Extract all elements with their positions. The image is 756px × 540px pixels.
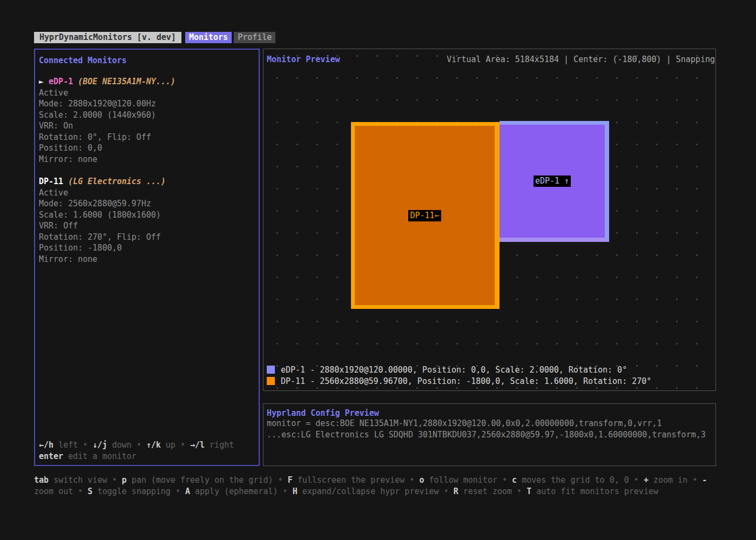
monitor-mode: Mode: 2880x1920@120.00Hz bbox=[39, 98, 259, 110]
key-down: ↓/j bbox=[92, 440, 107, 450]
connected-monitors-panel: Connected Monitors ► eDP-1 (BOE NE135A1M… bbox=[34, 49, 260, 466]
legend-row-edp1: eDP-1 - 2880x1920@120.00000, Position: 0… bbox=[267, 364, 651, 375]
navigation-hints: ←/h left • ↓/j down • ↑/k up • →/l right… bbox=[39, 440, 234, 462]
bullet-separator: • bbox=[137, 440, 141, 450]
monitor-name-row: ► eDP-1 (BOE NE135A1M-NY...) bbox=[39, 76, 259, 87]
app-window: HyprDynamicMonitors [v. dev] Monitors Pr… bbox=[0, 0, 756, 540]
preview-monitor-label: eDP-1 ↑ bbox=[534, 176, 571, 187]
monitor-mirror: Mirror: none bbox=[39, 154, 259, 165]
preview-header: Monitor Preview Virtual Area: 5184x5184 … bbox=[264, 55, 716, 65]
monitor-position: Position: 0,0 bbox=[39, 143, 259, 154]
preview-title: Monitor Preview bbox=[267, 55, 340, 64]
monitor-name: DP-11 bbox=[39, 177, 63, 186]
selection-arrow-icon: ► bbox=[39, 77, 44, 86]
help-bar: tab switch view • p pan (move freely on … bbox=[34, 475, 724, 497]
key-o: o bbox=[419, 475, 424, 485]
bullet-separator: • bbox=[278, 475, 283, 485]
bullet-separator: • bbox=[634, 475, 639, 485]
monitor-description: (BOE NE135A1M-NY...) bbox=[78, 77, 176, 86]
monitor-rotation: Rotation: 270°, Flip: Off bbox=[39, 232, 259, 243]
key-S: S bbox=[87, 487, 92, 496]
key-plus: + bbox=[644, 475, 649, 485]
config-line: monitor = desc:BOE NE135A1M-NY1,2880x192… bbox=[267, 418, 716, 429]
connected-monitors-title: Connected Monitors bbox=[39, 56, 259, 65]
legend-text: DP-11 - 2560x2880@59.96700, Position: -1… bbox=[281, 376, 651, 386]
legend-swatch-dp11 bbox=[267, 377, 275, 385]
legend-row-dp11: DP-11 - 2560x2880@59.96700, Position: -1… bbox=[267, 375, 651, 387]
key-F: F bbox=[288, 475, 293, 485]
key-left: ←/h bbox=[39, 440, 53, 450]
bullet-separator: • bbox=[176, 487, 180, 496]
key-tab: tab bbox=[34, 475, 49, 485]
bullet-separator: • bbox=[692, 475, 697, 485]
monitor-name-row: DP-11 (LG Electronics ...) bbox=[39, 176, 259, 187]
bullet-separator: • bbox=[180, 440, 185, 450]
monitor-mode: Mode: 2560x2880@59.97Hz bbox=[39, 198, 259, 210]
monitor-card-dp11[interactable]: DP-11 (LG Electronics ...) Active Mode: … bbox=[39, 176, 259, 265]
key-enter: enter bbox=[39, 451, 63, 461]
monitor-scale: Scale: 1.6000 (1800x1600) bbox=[39, 210, 259, 221]
config-line: ...esc:LG Electronics LG SDQHD 301NTBKDU… bbox=[267, 429, 716, 441]
monitor-rotation: Rotation: 0°, Flip: Off bbox=[39, 132, 259, 143]
bullet-separator: • bbox=[409, 475, 414, 485]
monitor-vrr: VRR: On bbox=[39, 120, 259, 132]
key-minus: - bbox=[702, 475, 707, 485]
app-title: HyprDynamicMonitors [v. dev] bbox=[34, 32, 181, 43]
tab-profile[interactable]: Profile bbox=[234, 32, 275, 43]
hints-line-2: enter edit a monitor bbox=[39, 451, 234, 462]
monitor-scale: Scale: 2.0000 (1440x960) bbox=[39, 110, 259, 121]
bullet-separator: • bbox=[283, 487, 288, 496]
monitor-mirror: Mirror: none bbox=[39, 254, 259, 265]
key-H: H bbox=[293, 487, 298, 496]
key-R: R bbox=[454, 487, 458, 496]
hyprland-config-panel: Hyprland Config Preview monitor = desc:B… bbox=[263, 403, 716, 466]
bullet-separator: • bbox=[502, 475, 507, 485]
bullet-separator: • bbox=[83, 440, 87, 450]
preview-status: Virtual Area: 5184x5184 | Center: (-180,… bbox=[447, 55, 715, 64]
bullet-separator: • bbox=[517, 487, 522, 496]
key-c: c bbox=[512, 475, 517, 485]
preview-monitor-label: DP-11← bbox=[408, 210, 441, 221]
key-T: T bbox=[526, 487, 531, 496]
monitor-vrr: VRR: Off bbox=[39, 220, 259, 232]
tab-bar: HyprDynamicMonitors [v. dev] Monitors Pr… bbox=[34, 32, 278, 43]
legend-swatch-edp1 bbox=[267, 366, 275, 374]
key-right: →/l bbox=[190, 440, 205, 450]
config-title: Hyprland Config Preview bbox=[267, 408, 716, 418]
monitor-status: Active bbox=[39, 187, 259, 199]
legend-text: eDP-1 - 2880x1920@120.00000, Position: 0… bbox=[281, 365, 627, 375]
monitor-status: Active bbox=[39, 87, 259, 99]
hints-line-1: ←/h left • ↓/j down • ↑/k up • →/l right bbox=[39, 440, 234, 451]
monitor-position: Position: -1800,0 bbox=[39, 242, 259, 254]
preview-legend: eDP-1 - 2880x1920@120.00000, Position: 0… bbox=[267, 364, 651, 387]
preview-monitor-edp1[interactable]: eDP-1 ↑ bbox=[500, 121, 609, 242]
monitor-preview-panel: Monitor Preview Virtual Area: 5184x5184 … bbox=[263, 49, 716, 391]
monitor-card-edp1[interactable]: ► eDP-1 (BOE NE135A1M-NY...) Active Mode… bbox=[39, 76, 259, 165]
preview-monitor-dp11[interactable]: DP-11← bbox=[351, 122, 500, 309]
key-up: ↑/k bbox=[146, 440, 161, 450]
monitor-name: eDP-1 bbox=[49, 77, 73, 86]
monitor-description: (LG Electronics ...) bbox=[68, 177, 166, 186]
tab-monitors[interactable]: Monitors bbox=[185, 32, 232, 43]
bullet-separator: • bbox=[112, 475, 117, 485]
key-p: p bbox=[122, 475, 127, 485]
bullet-separator: • bbox=[78, 487, 83, 496]
bullet-separator: • bbox=[444, 487, 449, 496]
key-A: A bbox=[185, 487, 190, 496]
